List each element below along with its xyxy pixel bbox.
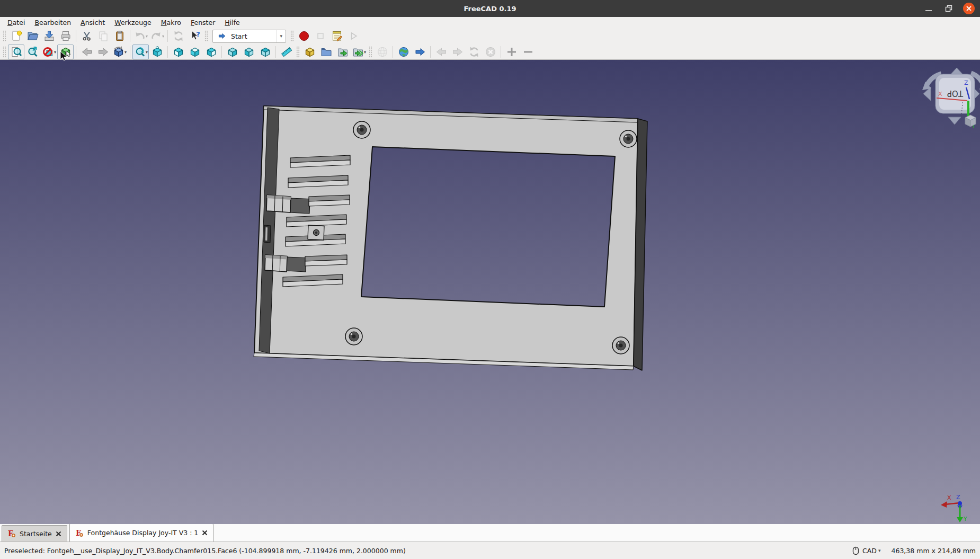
cube-axo-icon <box>151 46 164 58</box>
macro-stop-button[interactable] <box>312 29 328 43</box>
whats-this-button[interactable]: ? <box>186 29 203 43</box>
export-button[interactable] <box>334 45 351 59</box>
toolbar-grip-handle[interactable] <box>290 30 294 42</box>
view-right-button[interactable] <box>203 45 219 59</box>
view-left-button[interactable] <box>257 45 273 59</box>
freecad-doc-icon: F <box>7 529 16 538</box>
menu-bearbeiten[interactable]: Bearbeiten <box>30 18 76 27</box>
close-icon <box>966 5 972 12</box>
browser-forward-button[interactable] <box>449 45 466 59</box>
chevron-down-icon: ▾ <box>146 50 148 55</box>
toolbar-separator <box>130 46 130 58</box>
model-fontgehaeuse[interactable] <box>254 106 647 370</box>
view-axonometric-button[interactable] <box>149 45 165 59</box>
nav-style-selector[interactable]: CAD ▾ <box>862 547 880 555</box>
navcube-menu-cube[interactable] <box>965 115 976 127</box>
chevron-down-icon: ▾ <box>124 50 127 55</box>
tab-fontgehäuse-display-joy-it-v3-1[interactable]: FFontgehäuse Display Joy-IT V3 : 1 <box>69 523 214 542</box>
redo-button[interactable]: ▾ <box>149 29 165 43</box>
menu-ansicht[interactable]: Ansicht <box>76 18 110 27</box>
home-view-button[interactable]: ▾ <box>111 45 128 59</box>
play-icon <box>347 30 360 42</box>
browser-back-button[interactable] <box>433 45 449 59</box>
zoom-sync-button[interactable]: ▾ <box>132 45 149 59</box>
refresh-button[interactable] <box>170 29 186 43</box>
open-folder-button[interactable] <box>318 45 334 59</box>
view-bottom-button[interactable] <box>240 45 257 59</box>
menu-makro[interactable]: Makro <box>156 18 186 27</box>
paste-button[interactable] <box>111 29 128 43</box>
print-button[interactable] <box>57 29 74 43</box>
browser-stop-button[interactable] <box>482 45 498 59</box>
workbench-selector[interactable]: Start▾ <box>212 30 286 43</box>
zoom-out-button[interactable] <box>520 45 536 59</box>
view-top-button[interactable] <box>186 45 203 59</box>
fit-selection-button[interactable] <box>24 45 41 59</box>
3d-viewport[interactable]: TOP X Z Y X Z Y <box>0 60 980 524</box>
macro-record-button[interactable] <box>296 29 312 43</box>
export1-icon <box>336 46 349 58</box>
arrow-left-gray-icon <box>81 46 93 58</box>
open-part-button[interactable] <box>301 45 318 59</box>
browser-refresh-button[interactable] <box>466 45 482 59</box>
web-page-button[interactable] <box>374 45 390 59</box>
minimize-icon <box>925 5 932 12</box>
home-cube-icon <box>112 46 125 58</box>
undo-icon <box>133 30 146 42</box>
menu-datei[interactable]: Datei <box>3 18 30 27</box>
toolbar-grip-handle[interactable] <box>369 46 372 58</box>
minimize-button[interactable] <box>923 3 934 14</box>
macro-play-button[interactable] <box>345 29 361 43</box>
cube-right-icon <box>205 46 218 58</box>
save-document-button[interactable] <box>41 29 57 43</box>
tab-close-icon[interactable] <box>56 531 61 537</box>
toolbar-grip-handle[interactable] <box>296 46 300 58</box>
view-rear-button[interactable] <box>224 45 240 59</box>
macro-edit-button[interactable] <box>328 29 345 43</box>
measure-distance-button[interactable] <box>278 45 295 59</box>
browser-go-button[interactable] <box>412 45 428 59</box>
new-document-button[interactable] <box>8 29 24 43</box>
folder-open-icon <box>26 30 39 42</box>
plus-icon <box>505 46 518 58</box>
zoom-in-button[interactable] <box>503 45 520 59</box>
menu-werkzeuge[interactable]: Werkzeuge <box>110 18 156 27</box>
toolbar-grip-handle[interactable] <box>3 30 6 42</box>
fit-all-button[interactable] <box>8 45 24 59</box>
undo-button[interactable]: ▾ <box>132 29 149 43</box>
restore-button[interactable] <box>943 3 955 14</box>
toolbar-separator <box>275 46 276 58</box>
axis-z-label: Z <box>956 494 960 501</box>
navcube-z-label: Z <box>964 79 968 86</box>
mouse-nav-icon <box>852 546 859 555</box>
navcube-face-label[interactable]: TOP <box>947 88 964 98</box>
menu-hilfe[interactable]: Hilfe <box>220 18 244 27</box>
toolbar-separator <box>130 30 130 42</box>
screw-hole-bottom-left <box>345 328 362 345</box>
folder-blue-icon <box>320 46 333 58</box>
menu-fenster[interactable]: Fenster <box>186 18 220 27</box>
draw-style-button[interactable]: ▾ <box>41 45 57 59</box>
open-website-button[interactable] <box>395 45 412 59</box>
tab-close-icon[interactable] <box>202 530 208 536</box>
view-front-button[interactable] <box>170 45 186 59</box>
close-button[interactable] <box>963 3 975 14</box>
cut-button[interactable] <box>78 29 95 43</box>
open-document-button[interactable] <box>24 29 41 43</box>
toolbar-grip-handle[interactable] <box>3 46 6 58</box>
toolbar-separator <box>221 46 222 58</box>
page-new-icon <box>10 30 23 42</box>
document-tab-bar: FStartseiteFFontgehäuse Display Joy-IT V… <box>0 524 980 542</box>
status-message: Preselected: Fontgeh__use_Display_Joy_IT… <box>4 547 406 555</box>
toolbar-grip-handle[interactable] <box>204 30 208 42</box>
workbench-value: Start <box>231 32 276 40</box>
copy-button[interactable] <box>95 29 111 43</box>
tab-startseite[interactable]: FStartseite <box>2 525 67 542</box>
export-all-button[interactable]: ▾ <box>351 45 367 59</box>
axis-x-label: X <box>947 494 951 501</box>
nav-back-button[interactable] <box>78 45 95 59</box>
sphere-gray-icon <box>376 46 389 58</box>
nav-forward-button[interactable] <box>95 45 111 59</box>
stop-icon <box>314 30 327 42</box>
printer-icon <box>59 30 72 42</box>
